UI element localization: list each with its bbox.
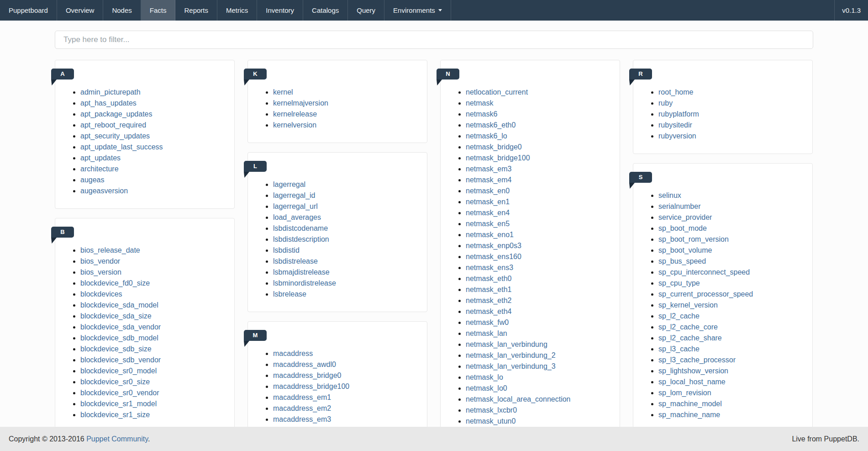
fact-link[interactable]: netmask_eth0 [466,275,512,282]
fact-link[interactable]: kernelversion [273,121,316,129]
nav-item-nodes[interactable]: Nodes [103,0,141,21]
fact-link[interactable]: sp_l2_cache_share [658,334,722,342]
fact-link[interactable]: augeasversion [80,187,128,195]
fact-link[interactable]: kernel [273,88,293,96]
fact-link[interactable]: sp_bus_speed [658,257,706,265]
fact-link[interactable]: blockdevice_sdb_vendor [80,356,161,364]
fact-link[interactable]: lagerregal [273,180,305,188]
fact-link[interactable]: lsbrelease [273,290,306,298]
fact-link[interactable]: bios_release_date [80,246,140,254]
fact-link[interactable]: netmask_lan [466,329,507,337]
fact-link[interactable]: sp_machine_name [658,411,720,419]
fact-link[interactable]: netmask_ens160 [466,253,521,260]
fact-link[interactable]: macaddress_bridge100 [273,382,349,390]
fact-link[interactable]: apt_updates [80,154,121,162]
fact-link[interactable]: macaddress_em2 [273,404,331,412]
fact-link[interactable]: blockdevice_sda_vendor [80,323,161,331]
puppet-community-link[interactable]: Puppet Community [86,435,148,443]
nav-item-query[interactable]: Query [348,0,384,21]
fact-link[interactable]: sp_l2_cache_core [658,323,718,331]
fact-link[interactable]: root_home [658,88,694,96]
fact-link[interactable]: lagerregal_id [273,191,316,199]
fact-link[interactable]: sp_cpu_type [658,279,700,287]
fact-link[interactable]: netmask_en5 [466,220,510,228]
fact-link[interactable]: selinux [658,191,681,199]
fact-link[interactable]: service_provider [658,213,712,221]
fact-link[interactable]: netmask_en4 [466,209,510,217]
fact-link[interactable]: bios_version [80,268,121,276]
fact-link[interactable]: sp_lightshow_version [658,367,728,375]
fact-link[interactable]: blockdevice_sr1_size [80,411,150,419]
fact-link[interactable]: netmask_lo0 [466,384,507,392]
fact-link[interactable]: sp_boot_mode [658,224,707,232]
fact-link[interactable]: netmask_em3 [466,165,512,173]
fact-link[interactable]: sp_cpu_interconnect_speed [658,268,750,276]
fact-link[interactable]: rubyplatform [658,110,699,118]
fact-link[interactable]: apt_package_updates [80,110,152,118]
fact-link[interactable]: blockdevice_fd0_size [80,279,150,287]
fact-link[interactable]: netmask_utun0 [466,417,516,425]
fact-link[interactable]: netmask_en1 [466,198,510,206]
fact-link[interactable]: netlocation_current [466,88,528,96]
fact-link[interactable]: rubyversion [658,132,696,140]
nav-item-inventory[interactable]: Inventory [257,0,303,21]
fact-link[interactable]: apt_reboot_required [80,121,146,129]
fact-link[interactable]: lagerregal_url [273,202,318,210]
nav-item-catalogs[interactable]: Catalogs [303,0,348,21]
fact-link[interactable]: lsbdistrelease [273,257,318,265]
fact-link[interactable]: netmask [466,99,493,107]
fact-link[interactable]: blockdevice_sda_model [80,301,158,309]
fact-link[interactable]: netmask_enp0s3 [466,242,521,249]
fact-link[interactable]: macaddress [273,350,313,357]
fact-link[interactable]: rubysitedir [658,121,692,129]
fact-link[interactable]: netmask6_lo [466,132,507,140]
fact-link[interactable]: netmask_en0 [466,187,510,195]
fact-link[interactable]: apt_update_last_success [80,143,163,151]
fact-link[interactable]: netmask_lxcbr0 [466,406,517,414]
fact-link[interactable]: netmask_lan_verbindung_2 [466,351,556,359]
fact-link[interactable]: netmask_em4 [466,176,512,184]
fact-link[interactable]: lsbminordistrelease [273,279,336,287]
fact-link[interactable]: admin_picturepath [80,88,141,96]
navbar-brand[interactable]: Puppetboard [0,0,57,21]
fact-link[interactable]: blockdevice_sr0_model [80,367,157,375]
fact-link[interactable]: serialnumber [658,202,700,210]
fact-link[interactable]: lsbdistdescription [273,235,329,243]
fact-link[interactable]: blockdevice_sr1_model [80,400,157,408]
fact-link[interactable]: blockdevice_sr0_size [80,378,150,386]
nav-item-reports[interactable]: Reports [175,0,217,21]
fact-link[interactable]: kernelrelease [273,110,317,118]
fact-link[interactable]: lsbdistcodename [273,224,328,232]
fact-link[interactable]: sp_current_processor_speed [658,290,753,298]
fact-link[interactable]: macaddress_em3 [273,415,331,423]
fact-link[interactable]: blockdevice_sdb_size [80,345,152,353]
fact-link[interactable]: netmask_eth2 [466,297,512,304]
nav-item-overview[interactable]: Overview [57,0,104,21]
fact-link[interactable]: netmask_bridge0 [466,143,522,151]
fact-link[interactable]: sp_local_host_name [658,378,726,386]
fact-link[interactable]: netmask_fw0 [466,318,509,326]
fact-link[interactable]: netmask_eth1 [466,286,512,293]
fact-link[interactable]: architecture [80,165,119,173]
fact-link[interactable]: macaddress_em1 [273,393,331,401]
fact-link[interactable]: apt_has_updates [80,99,137,107]
fact-link[interactable]: blockdevices [80,290,122,298]
nav-item-metrics[interactable]: Metrics [217,0,257,21]
fact-link[interactable]: netmask_lo [466,373,503,381]
fact-link[interactable]: netmask_local_area_connection [466,395,570,403]
fact-link[interactable]: netmask_eth4 [466,308,512,315]
fact-link[interactable]: sp_boot_rom_version [658,235,729,243]
fact-link[interactable]: bios_vendor [80,257,120,265]
fact-link[interactable]: netmask_bridge100 [466,154,530,162]
fact-link[interactable]: sp_l3_cache [658,345,700,353]
fact-link[interactable]: macaddress_awdl0 [273,361,336,368]
fact-link[interactable]: macaddress_bridge0 [273,371,341,379]
fact-link[interactable]: sp_kernel_version [658,301,718,309]
nav-item-environments[interactable]: Environments [384,0,451,21]
fact-link[interactable]: netmask6 [466,110,497,118]
fact-link[interactable]: netmask_lan_verbindung [466,340,547,348]
fact-link[interactable]: netmask_lan_verbindung_3 [466,362,556,370]
fact-link[interactable]: apt_security_updates [80,132,150,140]
fact-link[interactable]: sp_machine_model [658,400,722,408]
nav-item-facts[interactable]: Facts [141,0,176,21]
